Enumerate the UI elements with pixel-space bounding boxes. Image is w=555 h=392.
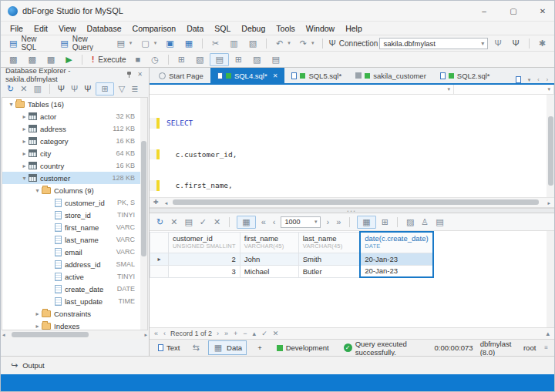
- stop-button[interactable]: [131, 54, 146, 65]
- column-header-customer-id[interactable]: customer_idUNSIGNED SMALLINT: [169, 232, 240, 253]
- snippets-button[interactable]: [248, 54, 265, 65]
- tree-item[interactable]: ▸Indexes: [2, 320, 147, 330]
- new-sql-button[interactable]: New SQL: [5, 34, 54, 52]
- save-all-button[interactable]: [180, 38, 197, 49]
- connection-combobox[interactable]: sakila.dbfmylast▾: [379, 38, 488, 49]
- tab-list-dropdown-icon[interactable]: ▾: [528, 77, 531, 83]
- redo-button[interactable]: ▾: [295, 38, 318, 49]
- add-view-tab[interactable]: +: [254, 342, 266, 353]
- open-button[interactable]: ▾: [136, 38, 160, 49]
- paginal-mode-button[interactable]: [237, 216, 255, 229]
- page-size-combobox[interactable]: 1000▾: [281, 216, 321, 228]
- new-query-button[interactable]: New Query: [56, 34, 110, 52]
- minimize-button[interactable]: [479, 7, 489, 15]
- cell-customer-id[interactable]: 3: [169, 265, 240, 277]
- menu-help[interactable]: Help: [340, 23, 368, 34]
- apply-changes-icon[interactable]: [198, 217, 208, 227]
- text-view-tab[interactable]: Text: [154, 342, 183, 353]
- expand-icon[interactable]: ▾: [33, 187, 42, 194]
- tree-item[interactable]: ▸address112 KB: [2, 122, 147, 135]
- database-button-2[interactable]: [23, 54, 40, 65]
- tab-sql2[interactable]: SQL2.sql*: [433, 68, 497, 83]
- expand-icon[interactable]: ▸: [20, 113, 29, 120]
- undo-button[interactable]: ▾: [271, 38, 294, 49]
- paste-button[interactable]: [244, 38, 261, 49]
- tree-item[interactable]: last_nameVARC: [2, 233, 147, 246]
- menu-view[interactable]: View: [53, 23, 82, 34]
- new-connection-icon[interactable]: [56, 84, 66, 94]
- edit-record-icon[interactable]: [252, 330, 257, 337]
- sql-editor[interactable]: ▾ ▾ SELECT c.customer_id, c.first_name, …: [150, 85, 554, 208]
- scroll-right-icon[interactable]: ▸: [546, 199, 552, 206]
- cell-first-name[interactable]: John: [240, 253, 298, 265]
- card-view-icon[interactable]: [380, 217, 390, 227]
- tree-item[interactable]: ▸Constraints: [2, 307, 147, 320]
- tab-sql4[interactable]: SQL4.sql* ✕: [210, 68, 284, 83]
- expand-icon[interactable]: ▸: [20, 126, 29, 132]
- tree-item[interactable]: ▾Columns (9): [2, 184, 147, 196]
- maximize-button[interactable]: [509, 7, 518, 15]
- expand-icon[interactable]: ▾: [20, 175, 29, 182]
- editor-results-splitter[interactable]: •••: [150, 208, 554, 213]
- cut-button[interactable]: [207, 38, 224, 49]
- execute-button[interactable]: Execute: [87, 54, 130, 65]
- tab-sakila-customer[interactable]: sakila_customer: [348, 68, 433, 83]
- statusbar-menu-icon[interactable]: [543, 344, 550, 352]
- expand-icon[interactable]: ▸: [33, 310, 42, 317]
- query-document-button[interactable]: [210, 53, 228, 66]
- fetch-all-icon[interactable]: [183, 217, 193, 227]
- previous-record-icon[interactable]: [163, 330, 166, 337]
- tab-scroll-icon[interactable]: ›: [547, 77, 548, 82]
- last-page-icon[interactable]: [335, 217, 342, 227]
- disconnect-button[interactable]: [508, 38, 524, 49]
- view-options-button[interactable]: [96, 82, 113, 95]
- history-button[interactable]: [146, 54, 163, 65]
- tab-sql5[interactable]: SQL5.sql*: [284, 68, 348, 83]
- pin-icon[interactable]: [126, 71, 132, 78]
- cancel-edit-icon[interactable]: [272, 330, 280, 337]
- menu-window[interactable]: Window: [301, 23, 340, 34]
- cell-first-name[interactable]: Michael: [240, 265, 298, 277]
- menu-file[interactable]: File: [5, 23, 29, 34]
- tree-item[interactable]: activeTINYI: [2, 270, 147, 283]
- menu-sql[interactable]: SQL: [209, 23, 236, 34]
- cell-date[interactable]: 20-Jan-23: [360, 265, 432, 277]
- scroll-right-icon[interactable]: ▸: [143, 331, 149, 338]
- menu-edit[interactable]: Edit: [29, 23, 53, 34]
- filter-icon[interactable]: [117, 84, 126, 94]
- column-header-first-name[interactable]: first_nameVARCHAR(45): [240, 232, 298, 253]
- run-button[interactable]: [61, 54, 76, 65]
- types-dropdown[interactable]: ▾: [150, 85, 454, 94]
- cell-last-name[interactable]: Butler: [298, 265, 360, 277]
- menu-comparison[interactable]: Comparison: [127, 23, 182, 34]
- next-page-icon[interactable]: [325, 217, 331, 227]
- expand-icon[interactable]: ▾: [7, 101, 15, 108]
- scroll-left-icon[interactable]: ◂: [163, 199, 170, 206]
- hidden-tab-icon[interactable]: [516, 76, 521, 83]
- tab-start-page[interactable]: Start Page: [152, 68, 210, 83]
- database-button-3[interactable]: [42, 54, 59, 65]
- tree-item[interactable]: customer_idPK, S: [2, 196, 147, 209]
- output-tab[interactable]: Output: [22, 361, 45, 370]
- sort-icon[interactable]: [130, 84, 140, 94]
- duplicate-icon[interactable]: [32, 84, 42, 94]
- tree-item[interactable]: address_idSMAL: [2, 258, 147, 270]
- editor-vertical-scrollbar[interactable]: [547, 95, 554, 197]
- select-all-cell[interactable]: [150, 232, 169, 253]
- refresh-icon[interactable]: [5, 84, 15, 94]
- data-reports-icon[interactable]: [419, 217, 430, 227]
- column-header-date-highlighted[interactable]: date(c.create_date)DATE: [360, 232, 432, 253]
- expand-icon[interactable]: ▸: [20, 162, 29, 169]
- navigator-scroll-icon[interactable]: [545, 330, 550, 337]
- cancel-changes-icon[interactable]: [212, 217, 222, 227]
- grid-vertical-scrollbar[interactable]: [547, 231, 554, 327]
- tree-item[interactable]: create_dateDATE: [2, 283, 147, 295]
- results-grid[interactable]: customer_idUNSIGNED SMALLINT first_nameV…: [150, 231, 554, 327]
- cell-last-name[interactable]: Smith: [298, 253, 360, 265]
- connect-button[interactable]: [489, 38, 506, 49]
- cell-date-selected[interactable]: 20-Jan-23: [360, 253, 432, 265]
- menu-data[interactable]: Data: [181, 23, 209, 34]
- tree-item[interactable]: last_updateTIME: [2, 295, 147, 307]
- export-data-icon[interactable]: [434, 217, 445, 227]
- row-indicator-icon[interactable]: ▸: [150, 253, 169, 265]
